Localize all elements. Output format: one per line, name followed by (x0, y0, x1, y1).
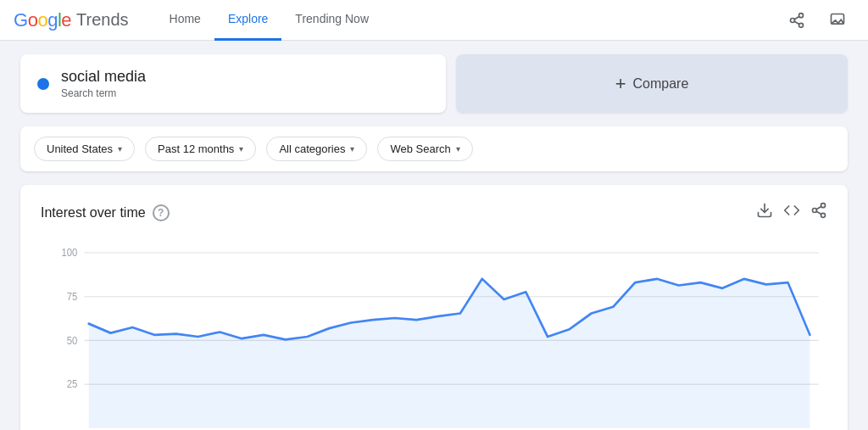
chart-title-row: Interest over time ? (41, 204, 170, 221)
filter-search-type-label: Web Search (390, 142, 450, 155)
chart-header: Interest over time ? (41, 202, 827, 223)
trend-fill (89, 279, 810, 428)
filter-region[interactable]: United States ▾ (34, 137, 135, 161)
logo-google-text: Google (14, 9, 71, 31)
share-icon (788, 12, 805, 29)
svg-text:25: 25 (67, 378, 78, 389)
compare-plus-icon: + (615, 73, 626, 95)
embed-icon[interactable] (783, 202, 800, 223)
filter-time[interactable]: Past 12 months ▾ (145, 137, 256, 161)
compare-label: Compare (633, 76, 689, 92)
filter-row: United States ▾ Past 12 months ▾ All cat… (20, 126, 848, 171)
svg-text:50: 50 (67, 334, 78, 345)
search-dot (37, 78, 49, 90)
svg-line-11 (816, 206, 821, 209)
filter-time-label: Past 12 months (158, 142, 234, 155)
filter-category-label: All categories (279, 142, 345, 155)
nav-trending-now[interactable]: Trending Now (281, 0, 382, 41)
svg-line-4 (794, 16, 799, 19)
filter-search-type[interactable]: Web Search ▾ (377, 137, 472, 161)
chart-actions (756, 202, 827, 223)
chevron-down-icon: ▾ (239, 144, 243, 154)
svg-line-10 (816, 211, 821, 214)
feedback-button[interactable] (821, 3, 854, 37)
chevron-down-icon: ▾ (456, 144, 460, 154)
logo-trends-text: Trends (76, 10, 129, 30)
chart-svg: 100 75 50 25 (41, 243, 827, 430)
download-icon[interactable] (756, 202, 773, 223)
filter-region-label: United States (47, 142, 113, 155)
svg-text:100: 100 (61, 247, 77, 258)
filter-category[interactable]: All categories ▾ (266, 137, 367, 161)
chart-area: 100 75 50 25 (41, 243, 827, 430)
share-button[interactable] (780, 3, 814, 37)
nav-explore[interactable]: Explore (214, 0, 281, 41)
chart-title: Interest over time (41, 205, 146, 221)
main-nav: Home Explore Trending Now (156, 0, 780, 41)
feedback-icon (829, 12, 846, 29)
share-chart-icon[interactable] (810, 202, 827, 223)
search-type: Search term (61, 87, 146, 99)
logo[interactable]: Google Trends (14, 9, 129, 31)
search-term: social media (61, 68, 146, 86)
header-actions (780, 3, 854, 37)
compare-card[interactable]: + Compare (456, 54, 848, 113)
nav-home[interactable]: Home (156, 0, 214, 41)
help-icon[interactable]: ? (153, 204, 170, 221)
search-row: social media Search term + Compare (20, 54, 848, 113)
chevron-down-icon: ▾ (350, 144, 354, 154)
svg-text:75: 75 (67, 291, 78, 302)
search-card: social media Search term (20, 54, 446, 113)
svg-line-3 (794, 21, 799, 24)
search-info: social media Search term (61, 68, 146, 99)
chart-card: Interest over time ? (20, 185, 848, 430)
header: Google Trends Home Explore Trending Now (0, 0, 868, 41)
chevron-down-icon: ▾ (118, 144, 122, 154)
main-content: social media Search term + Compare Unite… (0, 41, 868, 430)
